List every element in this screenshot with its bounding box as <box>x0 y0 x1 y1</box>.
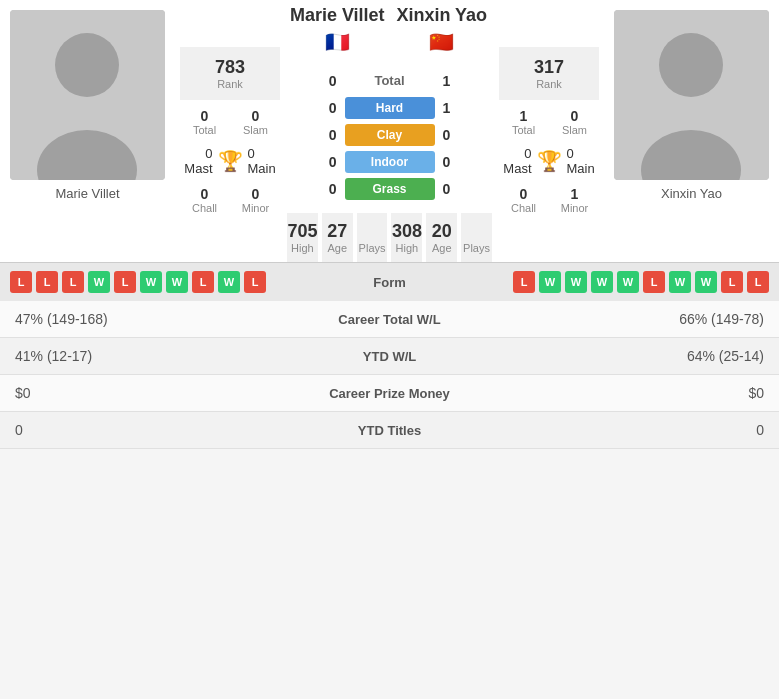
top-area: Marie Villet 783 Rank 0 Total 0 Slam 0 <box>0 0 779 262</box>
hard-row: 0 Hard 1 <box>285 97 494 119</box>
right-trophy-icon: 🏆 <box>532 149 567 173</box>
stats-row: 0 YTD Titles 0 <box>0 412 779 449</box>
right-rank-value: 317 <box>504 57 594 78</box>
right-age-value: 20 <box>432 221 452 242</box>
left-slam-val: 0 <box>231 108 280 124</box>
right-player-title: Xinxin Yao <box>396 5 487 26</box>
form-badge-left: L <box>62 271 84 293</box>
right-main-val: 0 <box>567 146 600 161</box>
right-mast-label: Mast <box>499 161 532 176</box>
form-badge-left: W <box>166 271 188 293</box>
form-badge-right: L <box>513 271 535 293</box>
form-badge-right: L <box>747 271 769 293</box>
left-plays-value <box>370 221 375 242</box>
right-player-photo-block: Xinxin Yao <box>604 0 779 262</box>
left-clay-score: 0 <box>307 127 337 143</box>
grass-row: 0 Grass 0 <box>285 178 494 200</box>
right-player-stats: 317 Rank 1 Total 0 Slam 0 Mast 🏆 <box>494 0 604 262</box>
stats-row: 47% (149-168) Career Total W/L 66% (149-… <box>0 301 779 338</box>
right-mast-block: 0 Mast <box>499 146 532 176</box>
left-rank-value: 783 <box>185 57 275 78</box>
left-main-block: 0 Main <box>248 146 281 176</box>
indoor-badge: Indoor <box>345 151 435 173</box>
form-badge-left: L <box>192 271 214 293</box>
right-total-val: 1 <box>499 108 548 124</box>
left-player-photo-block: Marie Villet <box>0 0 175 262</box>
form-badge-left: L <box>114 271 136 293</box>
stat-left-val: 47% (149-168) <box>0 301 260 338</box>
left-age-label: Age <box>327 242 347 254</box>
left-main-val: 0 <box>248 146 281 161</box>
right-form: LWWWWLWWLL <box>440 271 770 293</box>
left-rank-box: 783 Rank <box>180 47 280 100</box>
form-badge-right: L <box>721 271 743 293</box>
form-badge-left: L <box>10 271 32 293</box>
stat-left-val: $0 <box>0 375 260 412</box>
left-total-score: 0 <box>307 73 337 89</box>
right-chall-val: 0 <box>499 186 548 202</box>
form-badge-right: W <box>565 271 587 293</box>
left-indoor-score: 0 <box>307 154 337 170</box>
right-chall-item: 0 Chall <box>499 181 548 219</box>
left-mast-block: 0 Mast <box>180 146 213 176</box>
left-mast-val: 0 <box>180 146 213 161</box>
left-form: LLLWLWWLWL <box>10 271 340 293</box>
left-trophy-icon: 🏆 <box>213 149 248 173</box>
right-minor-label: Minor <box>550 202 599 214</box>
right-total-label: Total <box>499 124 548 136</box>
hard-badge: Hard <box>345 97 435 119</box>
form-badge-left: W <box>218 271 240 293</box>
svg-point-4 <box>659 33 723 97</box>
stats-row: $0 Career Prize Money $0 <box>0 375 779 412</box>
left-avatar <box>10 10 165 180</box>
right-clay-score: 0 <box>443 127 473 143</box>
left-chall-item: 0 Chall <box>180 181 229 219</box>
left-rank-label: Rank <box>185 78 275 90</box>
surface-rows: 0 Total 1 0 Hard 1 0 Clay 0 0 <box>285 64 494 205</box>
right-rank-box: 317 Rank <box>499 47 599 100</box>
left-chall-val: 0 <box>180 186 229 202</box>
indoor-row: 0 Indoor 0 <box>285 151 494 173</box>
stats-row: 41% (12-17) YTD W/L 64% (25-14) <box>0 338 779 375</box>
left-total-label: Total <box>180 124 229 136</box>
left-high-label: High <box>291 242 314 254</box>
left-trophy-row: 0 Mast 🏆 0 Main <box>180 141 280 181</box>
right-trophy-row: 0 Mast 🏆 0 Main <box>499 141 599 181</box>
stat-center-label: Career Prize Money <box>260 375 520 412</box>
form-badge-right: L <box>643 271 665 293</box>
form-label: Form <box>340 275 440 290</box>
form-badge-right: W <box>669 271 691 293</box>
right-indoor-score: 0 <box>443 154 473 170</box>
stat-left-val: 0 <box>0 412 260 449</box>
stats-table: 47% (149-168) Career Total W/L 66% (149-… <box>0 301 779 449</box>
left-player-name-below: Marie Villet <box>55 186 119 201</box>
left-chall-label: Chall <box>180 202 229 214</box>
clay-badge: Clay <box>345 124 435 146</box>
right-slam-val: 0 <box>550 108 599 124</box>
right-flag: 🇨🇳 <box>429 30 454 54</box>
right-age-label: Age <box>432 242 452 254</box>
grass-badge: Grass <box>345 178 435 200</box>
total-row: 0 Total 1 <box>285 69 494 92</box>
stat-right-val: $0 <box>519 375 779 412</box>
right-rank-label: Rank <box>504 78 594 90</box>
right-high-label: High <box>396 242 419 254</box>
left-minor-item: 0 Minor <box>231 181 280 219</box>
right-chall-grid: 0 Chall 1 Minor <box>499 181 599 219</box>
left-grass-score: 0 <box>307 181 337 197</box>
center-block: Marie Villet 🇫🇷 Xinxin Yao 🇨🇳 0 Total 1 <box>285 0 494 262</box>
form-badge-left: W <box>140 271 162 293</box>
right-stat-grid: 1 Total 0 Slam <box>499 103 599 141</box>
left-minor-label: Minor <box>231 202 280 214</box>
right-avatar <box>614 10 769 180</box>
svg-point-1 <box>55 33 119 97</box>
stat-center-label: YTD W/L <box>260 338 520 375</box>
stat-right-val: 66% (149-78) <box>519 301 779 338</box>
form-badge-left: W <box>88 271 110 293</box>
left-plays-label: Plays <box>359 242 386 254</box>
left-slam-label: Slam <box>231 124 280 136</box>
left-age-value: 27 <box>327 221 347 242</box>
stat-left-val: 41% (12-17) <box>0 338 260 375</box>
stat-right-val: 0 <box>519 412 779 449</box>
left-chall-grid: 0 Chall 0 Minor <box>180 181 280 219</box>
